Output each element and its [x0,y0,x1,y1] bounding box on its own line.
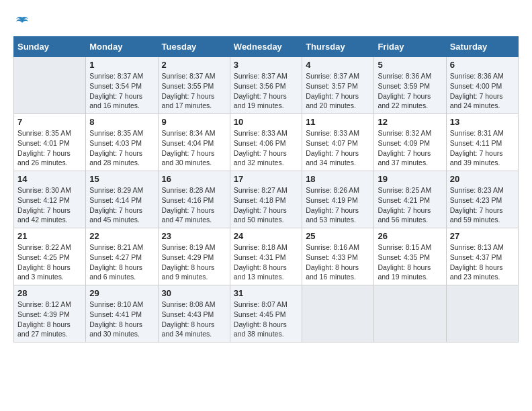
day-number: 4 [306,60,370,70]
calendar-day-cell: 12 Sunrise: 8:32 AM Sunset: 4:09 PM Dayl… [374,114,446,171]
day-number: 20 [450,174,515,184]
day-info: Sunrise: 8:33 AM Sunset: 4:07 PM Dayligh… [306,128,370,168]
day-number: 31 [234,288,298,298]
day-info: Sunrise: 8:25 AM Sunset: 4:21 PM Dayligh… [378,185,442,225]
day-info: Sunrise: 8:35 AM Sunset: 4:03 PM Dayligh… [89,128,154,168]
day-info: Sunrise: 8:35 AM Sunset: 4:01 PM Dayligh… [17,128,82,168]
day-number: 27 [450,231,515,241]
day-info: Sunrise: 8:28 AM Sunset: 4:16 PM Dayligh… [162,185,226,225]
day-number: 3 [234,60,298,70]
calendar-day-cell: 18 Sunrise: 8:26 AM Sunset: 4:19 PM Dayl… [302,171,374,228]
calendar-day-cell: 13 Sunrise: 8:31 AM Sunset: 4:11 PM Dayl… [446,114,518,171]
day-number: 13 [450,117,515,127]
day-info: Sunrise: 8:13 AM Sunset: 4:37 PM Dayligh… [450,242,515,282]
calendar-day-cell: 8 Sunrise: 8:35 AM Sunset: 4:03 PM Dayli… [86,114,158,171]
day-number: 26 [378,231,442,241]
day-info: Sunrise: 8:37 AM Sunset: 3:56 PM Dayligh… [234,71,298,111]
day-info: Sunrise: 8:27 AM Sunset: 4:18 PM Dayligh… [234,185,298,225]
col-header-sunday: Sunday [14,37,86,57]
calendar-day-cell: 16 Sunrise: 8:28 AM Sunset: 4:16 PM Dayl… [158,171,230,228]
calendar-day-cell: 25 Sunrise: 8:16 AM Sunset: 4:33 PM Dayl… [302,228,374,285]
day-info: Sunrise: 8:36 AM Sunset: 3:59 PM Dayligh… [378,71,442,111]
calendar-day-cell: 23 Sunrise: 8:19 AM Sunset: 4:29 PM Dayl… [158,228,230,285]
day-number: 2 [162,60,226,70]
calendar-day-cell: 10 Sunrise: 8:33 AM Sunset: 4:06 PM Dayl… [230,114,302,171]
calendar-day-cell: 21 Sunrise: 8:22 AM Sunset: 4:25 PM Dayl… [14,228,86,285]
calendar-table: SundayMondayTuesdayWednesdayThursdayFrid… [13,36,519,342]
calendar-header-row: SundayMondayTuesdayWednesdayThursdayFrid… [14,37,519,57]
day-info: Sunrise: 8:30 AM Sunset: 4:12 PM Dayligh… [17,185,82,225]
day-number: 14 [17,174,82,184]
logo [13,13,28,30]
logo-bird-icon [15,15,30,30]
day-number: 30 [162,288,226,298]
calendar-day-cell: 29 Sunrise: 8:10 AM Sunset: 4:41 PM Dayl… [86,285,158,342]
col-header-tuesday: Tuesday [158,37,230,57]
calendar-day-cell: 2 Sunrise: 8:37 AM Sunset: 3:55 PM Dayli… [158,57,230,114]
day-number: 7 [17,117,82,127]
calendar-day-cell: 7 Sunrise: 8:35 AM Sunset: 4:01 PM Dayli… [14,114,86,171]
day-number: 9 [162,117,226,127]
day-number: 12 [378,117,442,127]
day-number: 15 [89,174,154,184]
calendar-day-cell: 11 Sunrise: 8:33 AM Sunset: 4:07 PM Dayl… [302,114,374,171]
day-info: Sunrise: 8:23 AM Sunset: 4:23 PM Dayligh… [450,185,515,225]
calendar-week-row: 1 Sunrise: 8:37 AM Sunset: 3:54 PM Dayli… [14,57,519,114]
day-number: 11 [306,117,370,127]
day-info: Sunrise: 8:16 AM Sunset: 4:33 PM Dayligh… [306,242,370,282]
calendar-day-cell: 3 Sunrise: 8:37 AM Sunset: 3:56 PM Dayli… [230,57,302,114]
day-info: Sunrise: 8:37 AM Sunset: 3:55 PM Dayligh… [162,71,226,111]
day-number: 22 [89,231,154,241]
day-info: Sunrise: 8:18 AM Sunset: 4:31 PM Dayligh… [234,242,298,282]
calendar-day-cell [446,285,518,342]
calendar-day-cell: 1 Sunrise: 8:37 AM Sunset: 3:54 PM Dayli… [86,57,158,114]
day-number: 5 [378,60,442,70]
calendar-day-cell [374,285,446,342]
calendar-week-row: 14 Sunrise: 8:30 AM Sunset: 4:12 PM Dayl… [14,171,519,228]
day-number: 10 [234,117,298,127]
calendar-day-cell: 15 Sunrise: 8:29 AM Sunset: 4:14 PM Dayl… [86,171,158,228]
day-info: Sunrise: 8:26 AM Sunset: 4:19 PM Dayligh… [306,185,370,225]
day-number: 18 [306,174,370,184]
day-info: Sunrise: 8:19 AM Sunset: 4:29 PM Dayligh… [162,242,226,282]
day-number: 28 [17,288,82,298]
day-number: 17 [234,174,298,184]
calendar-day-cell: 5 Sunrise: 8:36 AM Sunset: 3:59 PM Dayli… [374,57,446,114]
day-info: Sunrise: 8:07 AM Sunset: 4:45 PM Dayligh… [234,300,298,339]
page-header [13,13,519,30]
day-number: 21 [17,231,82,241]
calendar-day-cell: 6 Sunrise: 8:36 AM Sunset: 4:00 PM Dayli… [446,57,518,114]
calendar-day-cell: 30 Sunrise: 8:08 AM Sunset: 4:43 PM Dayl… [158,285,230,342]
col-header-monday: Monday [86,37,158,57]
day-number: 29 [89,288,154,298]
day-info: Sunrise: 8:22 AM Sunset: 4:25 PM Dayligh… [17,242,82,282]
calendar-week-row: 7 Sunrise: 8:35 AM Sunset: 4:01 PM Dayli… [14,114,519,171]
day-number: 23 [162,231,226,241]
calendar-day-cell: 24 Sunrise: 8:18 AM Sunset: 4:31 PM Dayl… [230,228,302,285]
day-number: 1 [89,60,154,70]
day-info: Sunrise: 8:34 AM Sunset: 4:04 PM Dayligh… [162,128,226,168]
day-info: Sunrise: 8:08 AM Sunset: 4:43 PM Dayligh… [162,300,226,339]
col-header-friday: Friday [374,37,446,57]
day-info: Sunrise: 8:32 AM Sunset: 4:09 PM Dayligh… [378,128,442,168]
calendar-day-cell: 17 Sunrise: 8:27 AM Sunset: 4:18 PM Dayl… [230,171,302,228]
day-info: Sunrise: 8:33 AM Sunset: 4:06 PM Dayligh… [234,128,298,168]
calendar-day-cell: 9 Sunrise: 8:34 AM Sunset: 4:04 PM Dayli… [158,114,230,171]
calendar-day-cell [302,285,374,342]
calendar-day-cell: 27 Sunrise: 8:13 AM Sunset: 4:37 PM Dayl… [446,228,518,285]
day-number: 19 [378,174,442,184]
calendar-day-cell [14,57,86,114]
day-info: Sunrise: 8:15 AM Sunset: 4:35 PM Dayligh… [378,242,442,282]
day-number: 16 [162,174,226,184]
day-info: Sunrise: 8:31 AM Sunset: 4:11 PM Dayligh… [450,128,515,168]
day-number: 24 [234,231,298,241]
calendar-day-cell: 4 Sunrise: 8:37 AM Sunset: 3:57 PM Dayli… [302,57,374,114]
calendar-day-cell: 20 Sunrise: 8:23 AM Sunset: 4:23 PM Dayl… [446,171,518,228]
calendar-week-row: 21 Sunrise: 8:22 AM Sunset: 4:25 PM Dayl… [14,228,519,285]
calendar-day-cell: 19 Sunrise: 8:25 AM Sunset: 4:21 PM Dayl… [374,171,446,228]
day-info: Sunrise: 8:37 AM Sunset: 3:54 PM Dayligh… [89,71,154,111]
calendar-day-cell: 14 Sunrise: 8:30 AM Sunset: 4:12 PM Dayl… [14,171,86,228]
col-header-saturday: Saturday [446,37,518,57]
calendar-day-cell: 31 Sunrise: 8:07 AM Sunset: 4:45 PM Dayl… [230,285,302,342]
day-info: Sunrise: 8:21 AM Sunset: 4:27 PM Dayligh… [89,242,154,282]
